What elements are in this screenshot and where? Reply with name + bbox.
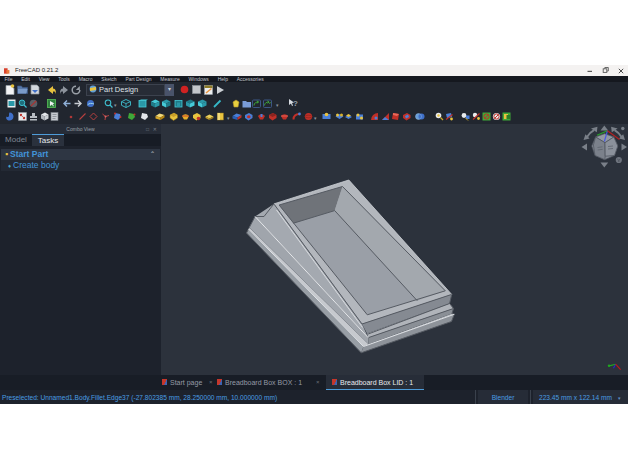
svg-text:?: ?: [293, 99, 298, 108]
